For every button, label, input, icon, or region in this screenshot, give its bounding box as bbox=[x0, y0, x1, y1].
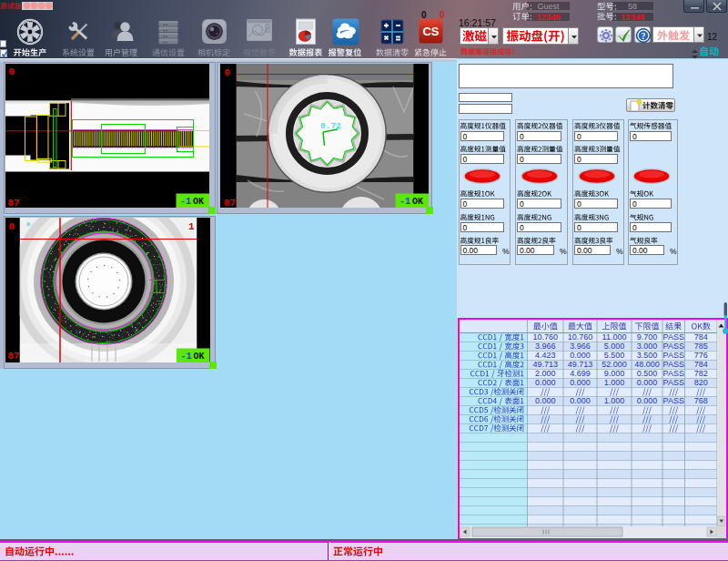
svg-text:?: ? bbox=[641, 31, 645, 41]
svg-text:87: 87 bbox=[224, 198, 236, 208]
svg-text:87: 87 bbox=[8, 351, 20, 362]
svg-text:CS: CS bbox=[422, 25, 439, 38]
svg-text:OK: OK bbox=[194, 352, 205, 362]
svg-text:0: 0 bbox=[9, 66, 15, 77]
svg-text:0.72: 0.72 bbox=[320, 121, 341, 131]
svg-text:✳: ✳ bbox=[25, 220, 32, 229]
svg-text:-1: -1 bbox=[181, 352, 192, 362]
svg-text:0: 0 bbox=[9, 221, 15, 232]
svg-text:OK: OK bbox=[193, 197, 204, 207]
svg-text:-1: -1 bbox=[399, 197, 410, 207]
svg-text:OK: OK bbox=[412, 197, 423, 207]
svg-text:-1: -1 bbox=[180, 197, 191, 207]
svg-text:1: 1 bbox=[188, 221, 195, 232]
svg-text:87: 87 bbox=[8, 198, 20, 208]
svg-text:0: 0 bbox=[224, 67, 230, 78]
